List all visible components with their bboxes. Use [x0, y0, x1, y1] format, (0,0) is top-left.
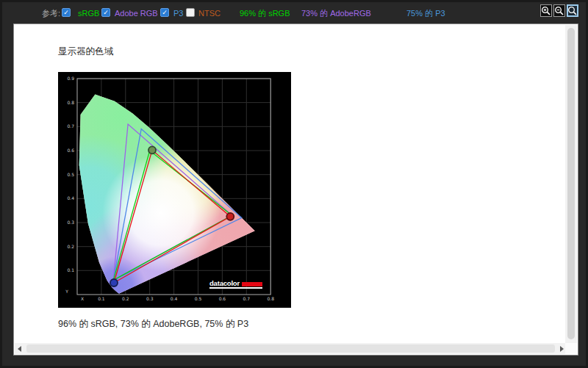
gamut-stat-adobergb: 73% 的 AdobeRGB — [301, 7, 371, 18]
content-panel: 显示器的色域 XY0.10.20.30.40.50.60.70.80.10.20… — [13, 24, 578, 356]
zoom-reset-button[interactable] — [567, 4, 578, 17]
scroll-right-arrow[interactable] — [560, 346, 564, 352]
zoom-out-icon — [554, 6, 564, 16]
svg-text:0.5: 0.5 — [195, 296, 202, 301]
checkbox-p3[interactable] — [160, 8, 169, 17]
cie-chromaticity-chart: XY0.10.20.30.40.50.60.70.80.10.20.30.40.… — [58, 72, 291, 308]
svg-text:0.6: 0.6 — [219, 296, 226, 301]
page-title: 显示器的色域 — [58, 46, 113, 58]
datacolor-logo: datacolor — [209, 280, 262, 289]
svg-text:0.1: 0.1 — [67, 267, 74, 273]
horizontal-scrollbar-track — [25, 343, 556, 354]
checkbox-label-p3[interactable]: P3 — [173, 9, 183, 18]
checkbox-label-srgb[interactable]: sRGB — [78, 9, 99, 18]
scroll-left-arrow[interactable] — [18, 346, 21, 352]
datacolor-logo-bar — [242, 282, 262, 286]
svg-text:0.8: 0.8 — [67, 100, 74, 105]
gamut-stat-srgb: 96% 的 sRGB — [240, 7, 290, 18]
datacolor-logo-text: datacolor — [209, 280, 240, 286]
svg-text:0.1: 0.1 — [98, 296, 105, 301]
checkbox-label-adobe-rgb[interactable]: Adobe RGB — [115, 9, 158, 18]
checkbox-srgb[interactable] — [62, 8, 71, 17]
svg-text:0.7: 0.7 — [67, 123, 74, 129]
svg-text:0.9: 0.9 — [67, 76, 74, 81]
vertical-scrollbar-thumb[interactable] — [567, 28, 575, 339]
checkbox-adobe-rgb[interactable] — [101, 8, 110, 17]
zoom-in-button[interactable] — [540, 4, 552, 17]
zoom-out-button[interactable] — [553, 4, 565, 17]
zoom-in-icon — [541, 6, 551, 16]
checkbox-label-ntsc[interactable]: NTSC — [198, 9, 220, 18]
svg-text:0.6: 0.6 — [67, 148, 74, 153]
svg-text:0.7: 0.7 — [243, 296, 251, 301]
zoom-reset-icon — [567, 6, 578, 16]
horizontal-scrollbar[interactable] — [15, 343, 567, 354]
reference-label: 参考: — [42, 7, 60, 18]
checkbox-ntsc[interactable] — [186, 8, 195, 17]
svg-text:0.4: 0.4 — [67, 195, 74, 201]
horizontal-scrollbar-thumb[interactable] — [26, 344, 555, 353]
app-window: 参考: sRGB Adobe RGB P3 NTSC 96% 的 sRGB 73… — [0, 0, 588, 368]
svg-text:0.8: 0.8 — [267, 296, 274, 301]
svg-text:0.3: 0.3 — [67, 220, 74, 225]
toolbar: 参考: sRGB Adobe RGB P3 NTSC 96% 的 sRGB 73… — [2, 2, 586, 24]
vertical-scrollbar[interactable] — [565, 25, 577, 344]
svg-text:X: X — [81, 296, 84, 301]
svg-text:0.4: 0.4 — [171, 296, 178, 301]
svg-text:0.3: 0.3 — [146, 296, 154, 301]
scrollbar-corner — [565, 343, 577, 354]
svg-text:0.2: 0.2 — [67, 244, 74, 249]
chromaticity-diagram: XY0.10.20.30.40.50.60.70.80.10.20.30.40.… — [58, 72, 291, 308]
svg-text:0.5: 0.5 — [67, 172, 74, 177]
svg-text:Y: Y — [65, 289, 68, 294]
gamut-stat-p3: 75% 的 P3 — [406, 7, 445, 18]
svg-text:0.2: 0.2 — [122, 296, 129, 301]
gamut-caption: 96% 的 sRGB, 73% 的 AdobeRGB, 75% 的 P3 — [58, 318, 248, 331]
